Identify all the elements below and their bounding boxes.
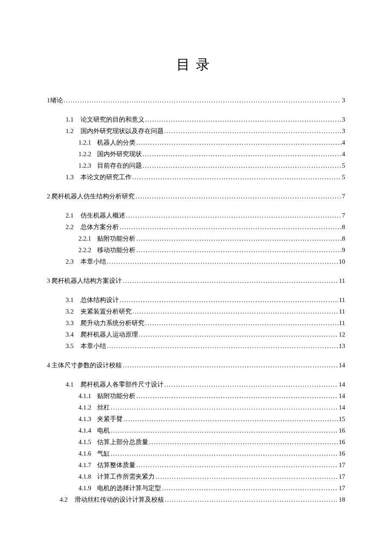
toc-entry-label: 4.1爬杆机器人各零部件尺寸设计 [66,379,164,390]
toc-entry: 4.1.2丝杠14 [78,402,345,413]
toc-entry-page: 16 [339,425,345,436]
toc-entry-text: 贴附功能分析 [97,235,135,242]
toc-entry-text: 爬杆机器人运动原理 [81,331,138,338]
toc-entry: 3.1总体结构设计11 [66,294,345,306]
toc-leader-dots [156,471,338,482]
toc-entry: 2.3本章小结10 [66,256,345,267]
toc-entry-text: 估算上部分总质量 [97,439,148,445]
toc-entry-label: 4.1.1贴附功能分析 [78,390,135,402]
toc-entry-label: 1.2.1机器人的分类 [78,137,135,148]
toc-entry-number: 4.1.2 [78,402,91,413]
toc-entry-number: 1.2.1 [78,137,91,148]
toc-entry-text: 夹紧装置分析研究 [81,308,132,315]
toc-entry-label: 3.3爬升动力系统分析研究 [66,317,144,329]
toc-entry-page: 17 [339,459,345,471]
toc-leader-dots [126,210,341,221]
toc-entry-page: 3 [342,95,346,106]
toc-entry-label: 3.4爬杆机器人运动原理 [66,329,138,340]
toc-entry-page: 15 [339,413,345,425]
toc-entry-page: 5 [342,160,346,171]
toc-entry-text: 移动功能分析 [97,247,135,253]
toc-entry-label: 3 爬杆机器人结构方案设计 [47,275,122,287]
toc-entry: 4.1.6气缸16 [78,448,345,459]
toc-entry-page: 11 [339,294,345,306]
toc-entry-page: 11 [339,306,345,317]
toc-entry: 4.1.7估算整体质量17 [78,459,345,471]
toc-entry-number: 1.3 [66,171,74,183]
toc-leader-dots [136,390,338,402]
toc-entry: 2.1仿生机器人概述7 [66,210,345,221]
toc-leader-dots [124,413,338,425]
toc-entry: 4.1.4电机16 [78,425,345,436]
toc-entry-number: 4.1.9 [78,482,91,494]
toc-entry-number: 4.1 [66,379,74,390]
toc-entry-label: 4.1.6气缸 [78,448,110,459]
toc-leader-dots [136,244,341,256]
toc-entry: 4.1.8计算工作所需夹紧力17 [78,471,345,482]
toc-entry: 1.2.1机器人的分类4 [78,137,345,148]
toc-entry-page: 14 [339,360,345,371]
toc-entry-page: 11 [339,275,345,287]
toc-entry-text: 爬杆机器人各零部件尺寸设计 [81,381,164,388]
toc-leader-dots [162,482,338,494]
toc-entry-number: 1.2.2 [78,148,91,160]
toc-leader-dots [111,425,338,436]
toc-entry: 4.1爬杆机器人各零部件尺寸设计14 [66,379,345,390]
toc-entry-page: 13 [339,340,345,352]
toc-entry-label: 4.1.8计算工作所需夹紧力 [78,471,155,482]
toc-leader-dots [143,160,341,171]
toc-entry: 1绪论3 [47,95,345,106]
toc-entry-text: 总体结构设计 [81,296,119,303]
toc-entry-page: 17 [339,471,345,482]
toc-entry: 4.1.9电机的选择计算与定型17 [78,482,345,494]
toc-entry: 4.1.1贴附功能分析14 [78,390,345,402]
toc-leader-dots [164,125,341,137]
toc-leader-dots [136,137,341,148]
toc-entry-text: 估算整体质量 [97,462,135,468]
toc-entry-number: 4.1.6 [78,448,91,459]
toc-entry-label: 3.2夹紧装置分析研究 [66,306,132,317]
toc-entry-number: 4.2 [60,494,68,506]
toc-leader-dots [123,275,338,287]
toc-entry-number: 3.2 [66,306,74,317]
toc-entry-number: 3.4 [66,329,74,340]
toc-entry-number: 2.2 [66,221,74,233]
toc-entry-page: 8 [342,233,346,244]
toc-title: 目录 [47,55,345,74]
toc-entry-label: 2.2.2移动功能分析 [78,244,135,256]
toc-entry-text: 本章小结 [81,343,106,349]
toc-entry-label: 1.1论文研究的目的和意义 [66,114,144,125]
toc-entry-label: 4.1.7估算整体质量 [78,459,135,471]
toc-entry-page: 16 [339,448,345,459]
toc-entry-page: 16 [339,436,345,448]
toc-leader-dots [120,221,341,233]
toc-entry-text: 贴附功能分析 [97,392,135,399]
toc-leader-dots [136,233,341,244]
toc-entry-text: 爬升动力系统分析研究 [81,320,144,326]
toc-entry-number: 4.1.5 [78,436,91,448]
toc-entry-label: 4.1.9电机的选择计算与定型 [78,482,161,494]
toc-leader-dots [64,95,341,106]
toc-leader-dots [135,191,341,202]
toc-entry-number: 1.2 [66,125,74,137]
toc-entry-text: 计算工作所需夹紧力 [97,473,155,480]
toc-entry-label: 1.3本论文的研究工作 [66,171,132,183]
toc-leader-dots [107,340,338,352]
toc-entry-text: 目前存在的问题 [97,162,142,169]
toc-entry-label: 3.5本章小结 [66,340,106,352]
toc-entry-label: 2.2总体方案分析 [66,221,119,233]
toc-entry-label: 2.3本章小结 [66,256,106,267]
toc-entry-label: 4.1.5估算上部分总质量 [78,436,148,448]
toc-entry-label: 4.1.2丝杠 [78,402,110,413]
toc-entry: 3.2夹紧装置分析研究11 [66,306,345,317]
toc-leader-dots [111,448,338,459]
toc-entry: 3.4爬杆机器人运动原理12 [66,329,345,340]
toc-entry-number: 4.1.3 [78,413,91,425]
toc-entry-page: 5 [342,171,346,183]
toc-entry-number: 3.1 [66,294,74,306]
toc-leader-dots [145,114,341,125]
toc-entry-page: 7 [342,210,346,221]
toc-leader-dots [143,148,341,160]
toc-entry: 1.2国内外研究现状以及存在问题3 [66,125,345,137]
toc-entry: 4.1.5估算上部分总质量16 [78,436,345,448]
